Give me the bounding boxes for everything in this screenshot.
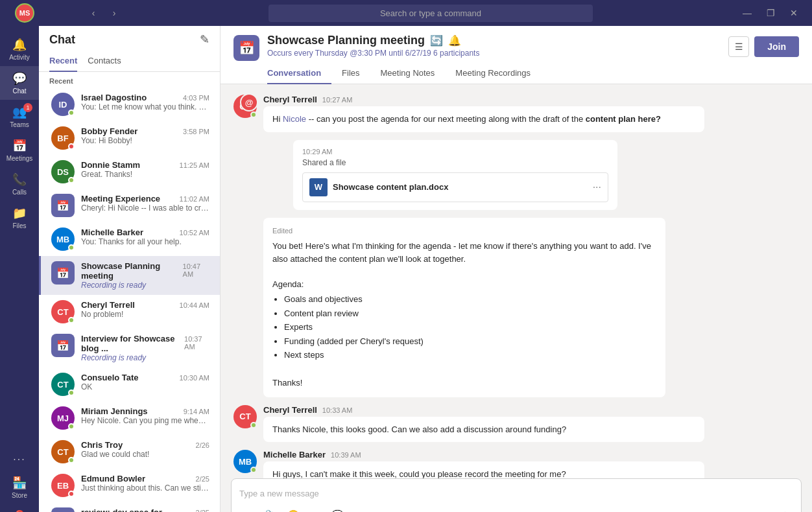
input-toolbar: A 📎 😊 GIF 💬 ··· ➤: [239, 506, 793, 512]
tab-conversation[interactable]: Conversation: [267, 63, 331, 84]
chat-info: Michelle Barker 10:52 AM You: Thanks for…: [81, 227, 209, 246]
files-icon: 📁: [12, 206, 27, 220]
tab-recent[interactable]: Recent: [49, 51, 77, 72]
chat-tabs: Recent Contacts: [39, 51, 220, 72]
tab-contacts[interactable]: Contacts: [88, 51, 121, 72]
list-item[interactable]: CT Cheryl Terrell 10:44 AM No problem!: [39, 295, 220, 329]
chat-info: Donnie Stamm 11:25 AM Great. Thanks!: [81, 160, 209, 179]
tab-meeting-notes[interactable]: Meeting Notes: [370, 63, 446, 84]
chat-list-panel: Chat ✎ Recent Contacts Recent ID Israel …: [39, 26, 221, 512]
sync-icon[interactable]: 🔄: [430, 34, 443, 47]
search-input[interactable]: [269, 5, 593, 22]
edited-label: Edited: [272, 226, 656, 237]
list-item[interactable]: MJ Miriam Jennings 9:14 AM Hey Nicole. C…: [39, 401, 220, 435]
message-content: Cheryl Terrell 10:27 AM Hi Nicole -- can…: [263, 95, 799, 132]
sidebar-item-chat[interactable]: 💬 Chat: [0, 66, 39, 100]
join-button[interactable]: Join: [754, 36, 799, 57]
sidebar-label-store: Store: [12, 492, 27, 499]
user-avatar[interactable]: MS: [15, 3, 34, 23]
nav-forward-button[interactable]: ›: [104, 0, 125, 26]
sidebar-item-more[interactable]: ···: [0, 448, 39, 471]
sidebar-item-help[interactable]: ❓ Help: [0, 504, 39, 512]
tab-meeting-recordings[interactable]: Meeting Recordings: [445, 63, 541, 84]
sidebar-label-activity: Activity: [9, 54, 30, 61]
more-tools-button[interactable]: ···: [350, 506, 369, 512]
chat-info: Bobby Fender 3:58 PM You: Hi Bobby!: [81, 126, 209, 145]
file-more-button[interactable]: ···: [593, 181, 601, 193]
edited-message: Edited You bet! Here's what I'm thinking…: [263, 218, 665, 397]
attach-button[interactable]: 📎: [261, 506, 281, 512]
list-item[interactable]: ID Israel Dagostino 4:03 PM You: Let me …: [39, 87, 220, 121]
meeting-icon: 📅: [51, 261, 75, 285]
list-item-showcase-planning[interactable]: 📅 Showcase Planning meeting 10:47 AM Rec…: [39, 256, 220, 295]
teams-badge: 1: [23, 103, 32, 112]
message-bubble: Thanks Nicole, this looks good. Can we a…: [263, 417, 704, 443]
message-content: Michelle Barker 10:39 AM Hi guys, I can'…: [263, 450, 799, 478]
list-item[interactable]: 📅 Meeting Experience 11:02 AM Cheryl: Hi…: [39, 189, 220, 222]
message-time: 10:39 AM: [331, 451, 361, 459]
close-button[interactable]: ✕: [783, 0, 804, 26]
list-item[interactable]: MB Michelle Barker 10:52 AM You: Thanks …: [39, 222, 220, 256]
sidebar-label-files: Files: [12, 222, 26, 229]
meetings-icon: 📅: [12, 139, 27, 153]
sidebar-item-meetings[interactable]: 📅 Meetings: [0, 134, 39, 167]
bell-icon[interactable]: 🔔: [448, 34, 461, 47]
avatar: EB: [51, 474, 75, 497]
message-time: 10:27 AM: [322, 96, 352, 104]
list-item[interactable]: EB Edmund Bowler 2/25 Just thinking abou…: [39, 469, 220, 502]
sidebar-item-store[interactable]: 🏪 Store: [0, 471, 39, 504]
compose-icon[interactable]: ✎: [200, 32, 209, 47]
meeting-title: Showcase Planning meeting: [267, 34, 425, 47]
file-share-container: 10:29 AM Shared a file W Showcase conten…: [263, 140, 799, 210]
list-item[interactable]: CT Consuelo Tate 10:30 AM OK: [39, 367, 220, 401]
emoji-button[interactable]: 😊: [283, 506, 303, 512]
status-badge: [68, 390, 75, 396]
message-bubble: Hi guys, I can't make it this week, coul…: [263, 461, 704, 478]
send-button[interactable]: ➤: [783, 508, 793, 512]
format-button[interactable]: A: [239, 506, 259, 512]
sidebar-item-teams[interactable]: 👥 Teams 1: [0, 100, 39, 134]
sticker-button[interactable]: 💬: [328, 506, 347, 512]
list-item[interactable]: 📅 Interview for Showcase blog ... 10:37 …: [39, 329, 220, 367]
meeting-icon: 📅: [51, 334, 75, 357]
chat-info: Meeting Experience 11:02 AM Cheryl: Hi N…: [81, 194, 209, 213]
message-input[interactable]: [239, 484, 793, 502]
nav-back-button[interactable]: ‹: [83, 0, 104, 26]
sidebar-item-files[interactable]: 📁 Files: [0, 201, 39, 235]
agenda-item: Next steps: [284, 349, 656, 362]
status-badge: [250, 422, 257, 428]
maximize-button[interactable]: ❐: [760, 0, 781, 26]
gif-button[interactable]: GIF: [305, 506, 325, 512]
message-bubble: Hi Nicole -- can you post the agenda for…: [263, 106, 704, 132]
more-icon: ···: [13, 454, 25, 465]
chat-area: CT @ Cheryl Terrell 10:27 AM Hi Nicole -…: [221, 84, 812, 478]
file-share-time: 10:29 AM: [302, 148, 608, 156]
avatar: MB: [233, 450, 257, 473]
help-icon: ❓: [12, 509, 27, 512]
meeting-icon: 📅: [51, 194, 75, 217]
meeting-tabs: Conversation Files Meeting Notes Meeting…: [267, 63, 541, 84]
meeting-subtitle: Occurs every Thursday @3:30 PM until 6/2…: [267, 49, 541, 58]
status-badge: [68, 317, 75, 323]
list-item[interactable]: BF Bobby Fender 3:58 PM You: Hi Bobby!: [39, 121, 220, 155]
chat-info: Chris Troy 2/26 Glad we could chat!: [81, 440, 209, 459]
list-button[interactable]: ☰: [728, 36, 749, 57]
avatar: CT: [51, 440, 75, 463]
message-time: 10:33 AM: [322, 406, 352, 414]
meeting-icon: 📅: [51, 507, 75, 512]
list-item[interactable]: CT Chris Troy 2/26 Glad we could chat!: [39, 435, 220, 469]
file-card[interactable]: W Showcase content plan.docx ···: [302, 172, 608, 202]
list-item[interactable]: 📅 review: dev spec for Showcase "L... 2/…: [39, 502, 220, 512]
avatar: CT: [51, 373, 75, 396]
sidebar-item-calls[interactable]: 📞 Calls: [0, 167, 39, 201]
minimize-button[interactable]: —: [737, 0, 758, 26]
agenda-item: Funding (added per Cheryl's request): [284, 335, 656, 348]
tab-files[interactable]: Files: [331, 63, 370, 84]
meeting-header-icon: 📅: [233, 35, 259, 61]
list-item[interactable]: DS Donnie Stamm 11:25 AM Great. Thanks!: [39, 155, 220, 189]
activity-icon: 🔔: [12, 38, 27, 52]
message-sender: Cheryl Terrell: [263, 95, 317, 104]
status-badge: [250, 467, 257, 473]
mention-badge: @: [240, 93, 258, 111]
sidebar-item-activity[interactable]: 🔔 Activity: [0, 32, 39, 66]
